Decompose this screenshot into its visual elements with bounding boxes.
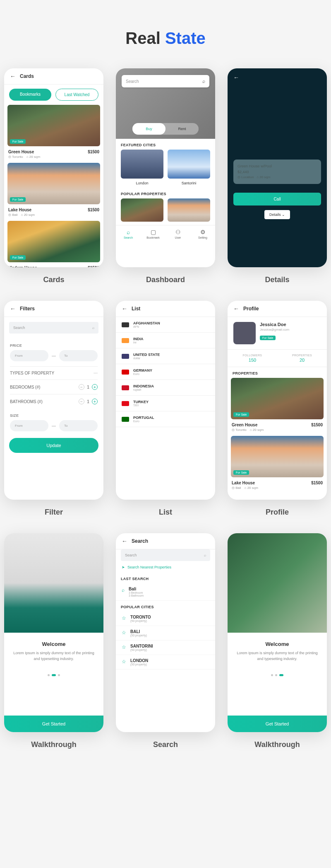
city-row[interactable]: ☆SANTORINI(50 property) xyxy=(116,641,215,655)
star-icon: ☆ xyxy=(122,644,126,650)
caption: Walkthrough xyxy=(254,740,300,749)
property-price: $1500 xyxy=(88,208,99,212)
minus-button[interactable]: − xyxy=(79,384,84,390)
flag-icon xyxy=(122,370,129,375)
details-button[interactable]: Details ⌄ xyxy=(264,210,290,219)
city-card[interactable]: Santorini xyxy=(168,150,210,188)
property-image[interactable]: For Sale xyxy=(7,105,100,146)
last-search-item[interactable]: ⌕Bali3 Bedroom3 Bathroom xyxy=(116,583,215,601)
search-icon[interactable]: ⌕ xyxy=(202,78,205,84)
back-icon[interactable]: ← xyxy=(10,73,16,79)
bathrooms-value: 1 xyxy=(87,399,89,404)
nearest-link[interactable]: ➤Search Nearest Properties xyxy=(122,565,209,569)
property-image[interactable]: For Sale xyxy=(7,221,100,262)
caption: Search xyxy=(153,740,178,749)
property-image[interactable]: For Sale xyxy=(231,378,324,419)
call-button[interactable]: Call xyxy=(233,193,321,206)
country-row[interactable]: INDIAInr xyxy=(116,333,215,348)
city-sub: (50 property) xyxy=(130,619,151,622)
header-title: Filters xyxy=(20,306,35,312)
stat-properties[interactable]: PROPERTIES20 xyxy=(277,350,327,367)
country-currency: Inr xyxy=(133,341,144,344)
price-from-input[interactable]: From xyxy=(10,350,48,361)
screen-details: ← Green House w/Pool $2,440 ◎ Location ⌂… xyxy=(228,68,327,267)
country-name: AFGHANISTAN xyxy=(133,321,160,325)
country-name: PORTUGAL xyxy=(133,416,154,420)
country-row[interactable]: GERMANYEuro xyxy=(116,364,215,380)
tab-last-watched[interactable]: Last Watched xyxy=(55,89,98,101)
search-icon: ⌕ xyxy=(116,229,141,235)
caption: List xyxy=(159,508,172,517)
caption: Dashboard xyxy=(146,276,185,284)
header-title: Profile xyxy=(243,306,259,312)
country-row[interactable]: INDONESIArupiah xyxy=(116,380,215,396)
back-icon[interactable]: ← xyxy=(233,74,239,81)
size-to-input[interactable]: To xyxy=(59,420,98,431)
update-button[interactable]: Update xyxy=(9,438,98,453)
profile-name: Jessica Doe xyxy=(260,322,289,327)
screen-dashboard: Search⌕ Buy Rent FEATURED CITIES London … xyxy=(116,68,215,267)
country-name: GERMANY xyxy=(133,368,152,372)
city-image xyxy=(121,150,163,179)
walkthrough-image xyxy=(4,533,103,633)
city-card[interactable]: London xyxy=(121,150,163,188)
hero-image: Search⌕ Buy Rent xyxy=(116,68,215,139)
search-input[interactable]: Search⌕ xyxy=(9,322,98,334)
country-row[interactable]: TURKEYTRY xyxy=(116,396,215,411)
get-started-button[interactable]: Get Started xyxy=(228,716,327,732)
city-sub: (50 property) xyxy=(130,663,148,666)
toggle-buy[interactable]: Buy xyxy=(132,123,166,135)
types-label: TYPES OF PROPERTY xyxy=(10,371,54,375)
back-icon[interactable]: ← xyxy=(10,306,16,312)
location-icon: ➤ xyxy=(122,565,125,569)
back-icon[interactable]: ← xyxy=(122,306,127,312)
property-name: Lake House xyxy=(232,481,255,485)
search-input[interactable]: Search⌕ xyxy=(122,75,209,87)
bedrooms-label: BEDROOMS (#) xyxy=(10,385,40,389)
plus-button[interactable]: + xyxy=(92,399,98,404)
city-image xyxy=(168,150,210,179)
screen-walkthrough: Welcome Lorem Ipsum is simply dummy text… xyxy=(4,533,103,732)
country-name: TURKEY xyxy=(133,400,149,404)
nav-search[interactable]: ⌕Search xyxy=(116,229,141,239)
back-icon[interactable]: ← xyxy=(233,306,239,312)
toggle-rent[interactable]: Rent xyxy=(166,123,199,135)
property-thumb[interactable] xyxy=(168,198,210,222)
country-currency: TRY xyxy=(133,404,149,407)
property-image[interactable]: For Sale xyxy=(7,163,100,204)
tab-bookmarks[interactable]: Bookmarks xyxy=(9,89,51,101)
property-image[interactable]: For Sale xyxy=(231,436,324,477)
get-started-button[interactable]: Get Started xyxy=(4,716,103,732)
property-thumb[interactable] xyxy=(121,198,163,222)
more-icon[interactable]: ⋯ xyxy=(94,371,98,375)
flag-icon xyxy=(122,338,129,343)
country-row[interactable]: PORTUGALEuro xyxy=(116,411,215,427)
flag-icon xyxy=(122,401,129,406)
city-row[interactable]: ☆TORONTO(50 property) xyxy=(116,612,215,626)
country-row[interactable]: AFGHANISTANAFN xyxy=(116,317,215,333)
sale-badge: For Sale xyxy=(10,139,26,144)
size-label: SIZE xyxy=(10,413,98,418)
size-from-input[interactable]: From xyxy=(10,420,48,431)
price-label: PRICE xyxy=(10,343,98,348)
flag-icon xyxy=(122,417,129,422)
avatar[interactable] xyxy=(233,322,256,344)
toggle-buy-rent[interactable]: Buy Rent xyxy=(132,123,199,135)
back-icon[interactable]: ← xyxy=(122,538,127,544)
country-row[interactable]: UNITED STATEdollar xyxy=(116,348,215,364)
stat-followers[interactable]: FOLLOWERS150 xyxy=(228,350,277,367)
city-row[interactable]: ☆LONDON(50 property) xyxy=(116,655,215,670)
price-to-input[interactable]: To xyxy=(59,350,98,361)
property-price: $2,440 xyxy=(237,169,317,175)
city-row[interactable]: ☆BALI(50 property) xyxy=(116,626,215,641)
header: ← Cards xyxy=(4,68,103,85)
nav-user[interactable]: ⚇User xyxy=(166,229,190,239)
plus-button[interactable]: + xyxy=(92,384,98,390)
nav-bookmark[interactable]: ▢Bookmark xyxy=(141,229,166,239)
nav-setting[interactable]: ⚙Setting xyxy=(190,229,215,239)
property-price: $1500 xyxy=(311,481,323,485)
minus-button[interactable]: − xyxy=(79,399,84,404)
pagination-dots xyxy=(12,674,95,676)
size-icon: ⌂ 20 sqm xyxy=(21,213,35,217)
search-input[interactable]: Search⌕ xyxy=(121,549,210,561)
